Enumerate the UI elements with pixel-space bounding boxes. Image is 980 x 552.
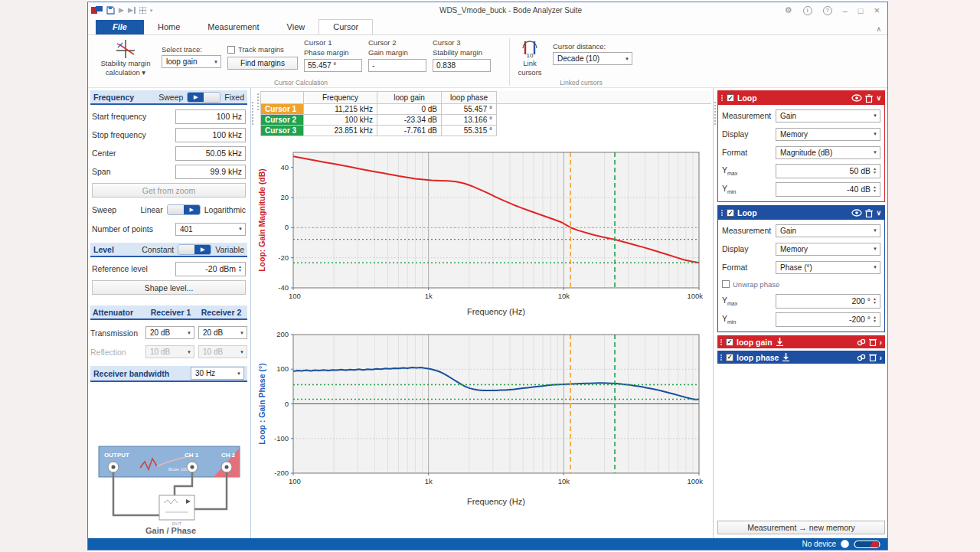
memory-loop-phase-bar[interactable]: ✓ loop phase › — [717, 351, 885, 364]
trace1-format-dropdown[interactable]: Magnitude (dB)▼ — [776, 146, 880, 159]
drag-handle-icon[interactable] — [720, 339, 722, 345]
bode100-diagram-svg: Bode 100 OUTPUT CH 1 CH 2 DUT Gain / Pha — [94, 439, 244, 535]
device-name-label: Bode 100 — [168, 467, 188, 472]
cursor-distance-dropdown[interactable]: Decade (10)▼ — [553, 52, 632, 65]
tab-file[interactable]: File — [96, 20, 144, 34]
constant-variable-toggle[interactable]: ▶ — [178, 244, 211, 255]
trace1-checkbox[interactable]: ✓ — [727, 94, 734, 102]
svg-text:40: 40 — [280, 163, 289, 171]
trace1-display-dropdown[interactable]: Memory▼ — [776, 128, 880, 141]
spinner-icon[interactable]: ▲▼ — [873, 185, 877, 193]
link-cursors-button[interactable]: 10 Link cursors — [513, 38, 547, 77]
collapse-ribbon-icon[interactable]: ∧ — [876, 25, 881, 33]
select-trace-dropdown[interactable]: loop gain▼ — [162, 55, 221, 68]
trace1-header[interactable]: ✓ Loop ∨ — [718, 91, 884, 105]
cursor-table-drag-handle[interactable] — [255, 91, 260, 136]
trace1-measurement-dropdown[interactable]: Gain▼ — [776, 109, 880, 122]
transmission-receiver2-dropdown[interactable]: 20 dB▼ — [198, 326, 247, 339]
grid-icon[interactable] — [139, 7, 146, 14]
get-from-zoom-button[interactable]: Get from zoom — [92, 183, 246, 198]
shape-level-button[interactable]: Shape level... — [92, 280, 246, 295]
delete-trash-icon[interactable] — [865, 94, 873, 103]
delete-trash-icon[interactable] — [869, 353, 877, 361]
step-icon[interactable]: ▶ — [128, 7, 136, 14]
chevron-down-icon: ▼ — [238, 227, 243, 231]
find-margins-button[interactable]: Find margins — [227, 57, 298, 70]
maximize-button[interactable]: □ — [858, 6, 864, 15]
unwrap-phase-checkbox[interactable]: Unwrap phase — [722, 280, 779, 289]
linear-option-label: Linear — [141, 205, 163, 214]
stop-frequency-field[interactable]: 100 kHz — [175, 128, 246, 142]
visibility-eye-icon[interactable] — [851, 209, 862, 217]
memory-loop-gain-bar[interactable]: ✓ loop gain › — [717, 335, 885, 348]
link-icon[interactable] — [857, 338, 866, 346]
phase-chart[interactable]: 2001000-100-2001001k10k100kFrequency (Hz… — [256, 329, 711, 511]
spinner-icon[interactable]: ▲▼ — [873, 167, 877, 175]
chevron-down-icon: ▼ — [214, 60, 218, 64]
close-button[interactable]: × — [874, 5, 880, 16]
trace2-ymax-field[interactable]: 200 °▲▼ — [776, 294, 880, 309]
info-icon[interactable]: i — [803, 6, 812, 15]
receiver-bandwidth-dropdown[interactable]: 30 Hz▼ — [191, 367, 244, 380]
reference-level-field[interactable]: -20 dBm▲▼ — [175, 262, 246, 276]
span-field[interactable]: 99.9 kHz — [175, 165, 246, 179]
trace2-measurement-dropdown[interactable]: Gain▼ — [776, 224, 880, 237]
number-of-points-dropdown[interactable]: 401▼ — [175, 223, 246, 236]
drag-handle-icon[interactable] — [720, 354, 722, 361]
save-icon[interactable] — [106, 6, 115, 15]
trace2-display-dropdown[interactable]: Memory▼ — [776, 243, 880, 256]
memory2-label: loop phase — [737, 353, 779, 362]
expand-chevron-icon[interactable]: › — [880, 338, 883, 347]
spinner-icon[interactable]: ▲▼ — [873, 315, 877, 323]
magnitude-chart[interactable]: 40200-20-401001k10k100kFrequency (Hz)Loo… — [256, 147, 711, 322]
delete-trash-icon[interactable] — [865, 209, 873, 217]
phase-margin-field[interactable]: 55.457 ° — [304, 59, 362, 72]
trace1-ymax-field[interactable]: 50 dB▲▼ — [776, 164, 880, 178]
memory1-checkbox[interactable]: ✓ — [726, 338, 733, 346]
track-margins-checkbox[interactable]: Track margins — [227, 45, 298, 54]
trace2-ymin-field[interactable]: -200 °▲▼ — [776, 312, 880, 327]
trace1-ymin-field[interactable]: -40 dB▲▼ — [776, 182, 880, 197]
measurement-to-memory-button[interactable]: Measurement → new memory — [717, 521, 885, 534]
linear-log-toggle[interactable]: ▶ — [167, 204, 201, 215]
cursor-table-header: Frequency loop gain loop phase — [261, 92, 497, 104]
download-icon[interactable] — [782, 353, 790, 361]
drag-handle-icon[interactable] — [721, 95, 723, 101]
visibility-eye-icon[interactable] — [851, 94, 862, 102]
trace2-checkbox[interactable]: ✓ — [727, 209, 734, 217]
tab-view[interactable]: View — [273, 20, 319, 34]
receiver-bandwidth-label: Receiver bandwidth — [93, 369, 169, 378]
center-field[interactable]: 50.05 kHz — [175, 146, 246, 161]
start-frequency-field[interactable]: 100 Hz — [175, 109, 246, 124]
cursor1-name-cell[interactable]: Cursor 1 — [261, 104, 304, 115]
cursor2-name-cell[interactable]: Cursor 2 — [261, 115, 304, 126]
cursor3-name-cell[interactable]: Cursor 3 — [261, 126, 304, 136]
ribbon-cursor: Stability margin calculation ▾ Select tr… — [88, 35, 887, 88]
stability-margin-calculation-button[interactable]: Stability margin calculation ▾ — [96, 38, 155, 77]
play-icon[interactable]: ▶ — [119, 7, 124, 14]
tab-home[interactable]: Home — [144, 20, 194, 34]
app-logo-icon — [91, 6, 103, 15]
gain-margin-field[interactable]: - — [368, 59, 426, 72]
minimize-button[interactable]: – — [843, 6, 848, 15]
delete-trash-icon[interactable] — [869, 338, 877, 346]
transmission-receiver1-dropdown[interactable]: 20 dB▼ — [145, 326, 194, 339]
tab-cursor[interactable]: Cursor — [318, 19, 373, 34]
spinner-icon[interactable]: ▲▼ — [238, 265, 242, 273]
help-icon[interactable]: ? — [823, 6, 832, 15]
trace2-header[interactable]: ✓ Loop ∨ — [718, 206, 884, 220]
collapse-chevron-icon[interactable]: ∨ — [876, 94, 881, 102]
expand-chevron-icon[interactable]: › — [880, 353, 883, 362]
sweep-fixed-toggle[interactable]: ▶ — [187, 92, 220, 103]
memory2-checkbox[interactable]: ✓ — [726, 354, 733, 361]
download-icon[interactable] — [776, 338, 784, 346]
collapse-chevron-icon[interactable]: ∨ — [876, 209, 881, 217]
settings-gear-icon[interactable]: ⚙ — [785, 5, 792, 15]
drag-handle-icon[interactable] — [721, 210, 723, 216]
link-icon[interactable] — [857, 354, 866, 361]
trace2-format-dropdown[interactable]: Phase (°)▼ — [776, 261, 880, 274]
stability-margin-field[interactable]: 0.838 — [433, 59, 491, 72]
group-linked-cursors: 10 Link cursors Cursor distance: Decade … — [511, 37, 651, 87]
spinner-icon[interactable]: ▲▼ — [873, 297, 877, 305]
tab-measurement[interactable]: Measurement — [194, 20, 273, 34]
